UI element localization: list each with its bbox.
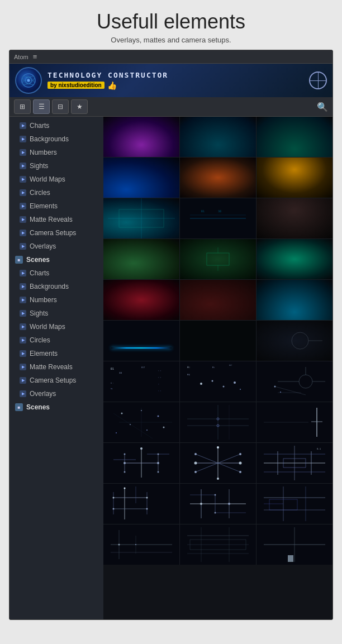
sidebar-item-overlays[interactable]: ▶ Overlays	[10, 240, 103, 253]
svg-rect-139	[288, 555, 293, 562]
sidebar-item-sights-2[interactable]: ▶ Sights	[10, 307, 103, 320]
sidebar-item-numbers[interactable]: ▶ Numbers	[10, 146, 103, 159]
sidebar-item-sights[interactable]: ▶ Sights	[10, 159, 103, 173]
thumb-28[interactable]	[103, 484, 179, 524]
thumb-14[interactable]	[180, 280, 256, 320]
sidebar-item-label: Backgrounds	[30, 135, 69, 143]
svg-point-86	[194, 453, 197, 455]
thumb-12[interactable]	[256, 239, 332, 279]
thumb-9[interactable]	[256, 198, 332, 238]
thumb-24[interactable]	[256, 402, 332, 442]
thumb-8[interactable]: B1 38	[180, 198, 256, 238]
svg-text:B1: B1	[111, 367, 114, 370]
thumb-30[interactable]	[256, 484, 332, 524]
svg-text:B1: B1	[201, 209, 205, 213]
thumb-32[interactable]	[180, 524, 256, 565]
thumb-13[interactable]	[103, 280, 179, 320]
sidebar-item-worldmaps[interactable]: ▶ World Maps	[10, 173, 103, 186]
thumb-11[interactable]	[180, 239, 256, 279]
thumb-3[interactable]	[256, 117, 332, 157]
svg-point-50	[116, 432, 117, 433]
sidebar-item-overlays-2[interactable]: ▶ Overlays	[10, 387, 103, 400]
thumb-22[interactable]	[103, 402, 179, 442]
item-icon: ▶	[20, 176, 26, 183]
thumb-5[interactable]	[180, 158, 256, 198]
menu-icon[interactable]: ≡	[33, 53, 37, 61]
item-icon: ▶	[20, 364, 26, 370]
sidebar-item-label: Circles	[30, 189, 50, 197]
thumb-2[interactable]	[180, 117, 256, 157]
thumb-27[interactable]: 0.1	[256, 443, 332, 483]
svg-point-83	[217, 478, 219, 480]
svg-point-89	[239, 471, 241, 473]
thumb-17[interactable]	[180, 321, 256, 361]
scenes-section-icon: ■	[15, 256, 23, 264]
item-icon: ▶	[20, 243, 26, 250]
thumb-6[interactable]	[256, 158, 332, 198]
sidebar-item-matte-reveals[interactable]: ▶ Matte Reveals	[10, 213, 103, 226]
sidebar-item-camera-setups[interactable]: ▶ Camera Setups	[10, 226, 103, 240]
sidebar-item-label: Camera Setups	[30, 229, 76, 237]
thumb-21[interactable]	[256, 361, 332, 402]
sidebar-item-circles-2[interactable]: ▶ Circles	[10, 333, 103, 347]
sidebar-item-elements[interactable]: ▶ Elements	[10, 199, 103, 213]
banner-text: TECHNOLOGY CONSTRUCTOR by nixstudioediti…	[48, 71, 309, 90]
sidebar: ▶ Charts ▶ Backgrounds ▶ Numbers ▶ Sight…	[10, 117, 103, 619]
toolbar-btn-1[interactable]: ⊞	[14, 99, 31, 114]
svg-text:B1T: B1T	[229, 364, 232, 366]
svg-point-108	[146, 508, 148, 510]
thumb-25[interactable]	[103, 443, 179, 483]
sidebar-item-matte-reveals-2[interactable]: ▶ Matte Reveals	[10, 360, 103, 374]
item-icon: ▶	[20, 203, 26, 209]
thumb-icon[interactable]: 👍	[107, 81, 117, 90]
thumb-7[interactable]	[103, 198, 179, 238]
sidebar-item-circles[interactable]: ▶ Circles	[10, 186, 103, 199]
banner: TECHNOLOGY CONSTRUCTOR by nixstudioediti…	[10, 64, 332, 97]
toolbar-btn-star[interactable]: ★	[71, 99, 88, 114]
thumb-10[interactable]	[103, 239, 179, 279]
sidebar-item-backgrounds[interactable]: ▶ Backgrounds	[10, 132, 103, 146]
sidebar-item-label: Circles	[30, 336, 50, 344]
sidebar-item-camera-setups-2[interactable]: ▶ Camera Setups	[10, 374, 103, 387]
sidebar-item-label: Elements	[30, 350, 58, 357]
sidebar-item-label: Numbers	[30, 149, 57, 156]
thumb-29[interactable]	[180, 484, 256, 524]
item-icon: ▶	[20, 122, 26, 129]
sidebar-item-charts-2[interactable]: ▶ Charts	[10, 266, 103, 280]
scenes-section-header-2[interactable]: ■ Scenes	[10, 400, 103, 414]
thumb-15[interactable]	[256, 280, 332, 320]
sidebar-item-worldmaps-2[interactable]: ▶ World Maps	[10, 320, 103, 333]
svg-point-115	[200, 503, 202, 505]
svg-point-72	[124, 454, 126, 455]
svg-point-74	[158, 454, 159, 455]
sidebar-item-elements-2[interactable]: ▶ Elements	[10, 347, 103, 360]
svg-text:38: 38	[119, 371, 122, 374]
thumb-26[interactable]	[180, 443, 256, 483]
thumb-31[interactable]	[103, 524, 179, 565]
thumb-16[interactable]	[103, 321, 179, 361]
thumb-19[interactable]: B1 38 B1T • • • • • • • H : H¢	[103, 361, 179, 402]
sidebar-item-charts[interactable]: ▶ Charts	[10, 119, 103, 132]
thumb-18[interactable]	[256, 321, 332, 361]
sidebar-item-backgrounds-2[interactable]: ▶ Backgrounds	[10, 280, 103, 293]
svg-point-106	[146, 497, 148, 499]
svg-text:H :: H :	[111, 382, 114, 384]
toolbar-btn-2[interactable]: ☰	[33, 99, 50, 114]
sidebar-item-numbers-2[interactable]: ▶ Numbers	[10, 293, 103, 307]
banner-title: TECHNOLOGY CONSTRUCTOR	[48, 71, 309, 79]
scenes-section-header[interactable]: ■ Scenes	[10, 253, 103, 266]
thumb-1[interactable]	[103, 117, 179, 157]
svg-point-44	[121, 413, 123, 414]
thumb-4[interactable]	[103, 158, 179, 198]
item-icon: ▶	[20, 216, 26, 223]
main-layout: ▶ Charts ▶ Backgrounds ▶ Numbers ▶ Sight…	[10, 117, 332, 619]
sidebar-item-label: Backgrounds	[30, 283, 69, 290]
page-subtitle: Overlays, mattes and camera setups.	[0, 36, 342, 44]
search-icon[interactable]: 🔍	[317, 102, 328, 112]
item-icon: ▶	[20, 377, 26, 384]
toolbar-btn-3[interactable]: ⊟	[52, 99, 69, 114]
thumb-20[interactable]: H: H: B1T H¢	[180, 361, 256, 402]
thumb-33[interactable]	[256, 524, 332, 565]
thumb-23[interactable]	[180, 402, 256, 442]
svg-point-85	[239, 462, 242, 465]
